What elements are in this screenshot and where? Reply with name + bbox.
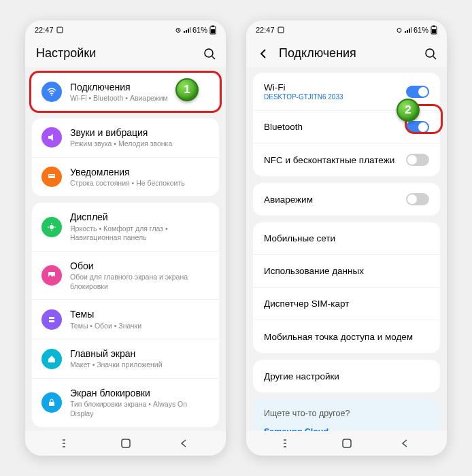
settings-item-lockscreen[interactable]: Экран блокировки Тип блокировки экрана •…: [32, 379, 219, 426]
svg-rect-34: [343, 439, 351, 447]
nav-back[interactable]: [170, 439, 197, 448]
item-label: Темы: [70, 308, 209, 320]
svg-point-29: [426, 49, 434, 57]
svg-rect-5: [212, 26, 214, 27]
nav-bar: [246, 431, 447, 456]
toggle-bluetooth[interactable]: [406, 121, 429, 133]
svg-point-7: [205, 49, 213, 57]
item-label: Главный экран: [70, 347, 209, 360]
status-time: 22:47: [35, 26, 54, 34]
row-label: Использование данных: [264, 266, 429, 276]
item-sub: Строка состояния • Не беспокоить: [70, 179, 209, 188]
looking-for-section: Ищете что-то другое? Samsung Cloud Локац…: [253, 399, 440, 431]
status-bar: 22:47 61%: [246, 20, 447, 39]
home-icon: [41, 349, 62, 369]
svg-line-30: [433, 56, 436, 59]
item-sub: Темы • Обои • Значки: [70, 322, 209, 331]
row-label: Bluetooth: [264, 122, 406, 132]
row-mobile-networks[interactable]: Мобильные сети: [253, 222, 440, 255]
status-time: 22:47: [256, 26, 275, 34]
sound-icon: [41, 127, 62, 148]
svg-line-8: [212, 56, 215, 59]
item-sub: Режим звука • Мелодия звонка: [70, 139, 209, 149]
svg-rect-23: [122, 439, 130, 447]
row-data-usage[interactable]: Использование данных: [253, 255, 440, 288]
item-sub: Обои для главного экрана и экрана блокир…: [70, 273, 209, 291]
svg-rect-0: [57, 27, 63, 33]
page-title: Подключения: [279, 46, 424, 61]
settings-item-connections[interactable]: Подключения Wi-Fi • Bluetooth • Авиарежи…: [32, 73, 219, 112]
settings-list[interactable]: Подключения Wi-Fi • Bluetooth • Авиарежи…: [25, 67, 226, 431]
search-button[interactable]: [203, 47, 216, 61]
row-label: Диспетчер SIM-карт: [264, 299, 429, 309]
item-sub: Wi-Fi • Bluetooth • Авиарежим: [70, 94, 209, 103]
toggle-wifi[interactable]: [406, 86, 429, 98]
settings-item-sounds[interactable]: Звуки и вибрация Режим звука • Мелодия з…: [32, 118, 219, 158]
svg-rect-18: [49, 402, 54, 406]
search-button[interactable]: [424, 47, 437, 61]
item-sub: Яркость • Комфорт для глаз • Навигационн…: [70, 224, 209, 243]
item-label: Подключения: [70, 81, 209, 93]
row-other-settings[interactable]: Другие настройки: [253, 360, 440, 392]
back-button[interactable]: [257, 48, 269, 60]
nav-recents[interactable]: [54, 439, 82, 448]
settings-item-notifications[interactable]: Уведомления Строка состояния • Не беспок…: [32, 158, 219, 197]
signal-icon: [405, 27, 411, 33]
row-label: Мобильная точка доступа и модем: [264, 332, 429, 342]
item-label: Уведомления: [70, 166, 209, 178]
item-label: Экран блокировки: [70, 387, 209, 399]
settings-item-homescreen[interactable]: Главный экран Макет • Значки приложений: [32, 339, 219, 379]
item-sub: Тип блокировки экрана • Always On Displa…: [70, 400, 209, 418]
page-title: Настройки: [36, 46, 203, 61]
status-bar: 22:47 61%: [25, 20, 226, 39]
alarm-icon: [396, 27, 403, 33]
item-label: Звуки и вибрация: [70, 126, 209, 139]
row-sub: DESKTOP-GTJITN6 2033: [264, 93, 406, 101]
alarm-icon: [175, 27, 182, 33]
header-settings: Настройки: [25, 39, 226, 67]
phone-left: 22:47 61% Настройки Подключения Wi-Fi • …: [25, 20, 226, 456]
header-connections: Подключения: [246, 39, 447, 67]
row-wifi[interactable]: Wi-Fi DESKTOP-GTJITN6 2033: [253, 73, 440, 111]
svg-rect-28: [432, 29, 436, 33]
svg-point-25: [397, 29, 401, 33]
bell-icon: [41, 167, 62, 187]
row-airplane[interactable]: Авиарежим: [253, 183, 440, 216]
wallpaper-icon: [41, 265, 62, 286]
item-label: Обои: [70, 260, 209, 272]
row-hotspot[interactable]: Мобильная точка доступа и модем: [253, 320, 440, 353]
svg-rect-24: [278, 27, 284, 33]
link-samsung-cloud[interactable]: Samsung Cloud: [253, 422, 440, 431]
toggle-nfc[interactable]: [406, 154, 429, 166]
svg-rect-11: [49, 175, 54, 176]
status-battery: 61%: [414, 26, 428, 34]
row-bluetooth[interactable]: Bluetooth: [253, 111, 440, 143]
nav-home[interactable]: [333, 438, 360, 449]
item-sub: Макет • Значки приложений: [70, 360, 209, 370]
screenshot-icon: [277, 27, 284, 33]
nav-recents[interactable]: [275, 439, 303, 448]
row-label: NFC и бесконтактные платежи: [264, 155, 406, 165]
settings-item-display[interactable]: Дисплей Яркость • Комфорт для глаз • Нав…: [32, 203, 219, 251]
wifi-icon: [41, 82, 62, 102]
connections-list[interactable]: Wi-Fi DESKTOP-GTJITN6 2033 Bluetooth NFC…: [246, 67, 447, 431]
row-nfc[interactable]: NFC и бесконтактные платежи: [253, 143, 440, 176]
settings-item-themes[interactable]: Темы Темы • Обои • Значки: [32, 300, 219, 339]
row-label: Wi-Fi: [264, 82, 406, 92]
settings-item-wallpaper[interactable]: Обои Обои для главного экрана и экрана б…: [32, 252, 219, 300]
status-battery: 61%: [192, 26, 207, 34]
row-sim-manager[interactable]: Диспетчер SIM-карт: [253, 288, 440, 320]
row-label: Мобильные сети: [264, 233, 429, 243]
lock-icon: [41, 392, 62, 413]
nav-home[interactable]: [112, 438, 139, 449]
other-heading: Ищете что-то другое?: [253, 402, 440, 422]
svg-point-9: [51, 95, 52, 96]
toggle-airplane[interactable]: [406, 193, 429, 205]
svg-point-12: [50, 225, 54, 229]
nav-back[interactable]: [391, 439, 418, 448]
battery-icon: [431, 25, 437, 35]
row-label: Авиарежим: [264, 194, 406, 205]
svg-rect-27: [433, 26, 435, 27]
signal-icon: [184, 27, 190, 33]
phone-right: 22:47 61% Подключения Wi-Fi DESKTOP-GTJI…: [246, 20, 447, 456]
